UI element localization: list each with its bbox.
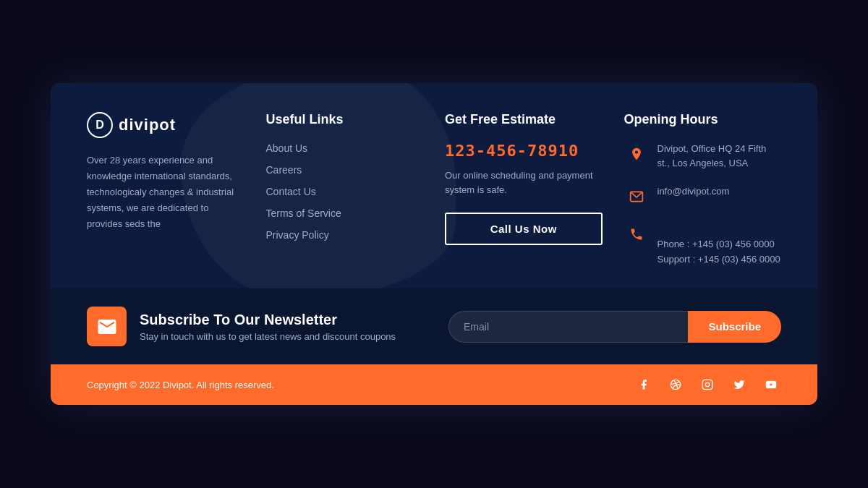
brand-column: D divipot Over 28 years experience and k… bbox=[87, 112, 244, 267]
social-icons bbox=[634, 374, 781, 395]
newsletter-subtitle: Stay in touch with us to get latest news… bbox=[140, 331, 396, 342]
newsletter-text: Subscribe To Our Newsletter Stay in touc… bbox=[140, 312, 396, 342]
opening-hours-column: Opening Hours Divipot, Office HQ 24 Fift… bbox=[624, 112, 782, 267]
brand-description: Over 28 years experience and knowledge i… bbox=[87, 153, 244, 232]
twitter-icon[interactable] bbox=[729, 374, 749, 395]
address-text: Divipot, Office HQ 24 Fifth st., Los Ang… bbox=[658, 142, 782, 172]
footer-wrapper: D divipot Over 28 years experience and k… bbox=[51, 83, 817, 406]
email-input[interactable] bbox=[448, 311, 688, 343]
list-item: Privacy Policy bbox=[266, 228, 424, 241]
contact-us-link[interactable]: Contact Us bbox=[266, 186, 316, 197]
brand-name: divipot bbox=[119, 116, 176, 134]
newsletter-left: Subscribe To Our Newsletter Stay in touc… bbox=[87, 307, 427, 346]
dribbble-icon[interactable] bbox=[665, 374, 686, 395]
phone-icon bbox=[624, 222, 649, 247]
svg-rect-2 bbox=[702, 380, 712, 390]
newsletter-icon bbox=[87, 307, 127, 346]
facebook-icon[interactable] bbox=[634, 374, 654, 395]
estimate-description: Our online scheduling and payment system… bbox=[445, 168, 603, 199]
opening-hours-heading: Opening Hours bbox=[624, 112, 782, 127]
footer-main: D divipot Over 28 years experience and k… bbox=[51, 83, 817, 289]
brand-icon: D bbox=[87, 112, 113, 138]
newsletter-bar: Subscribe To Our Newsletter Stay in touc… bbox=[51, 288, 817, 364]
phone-item: Phone : +145 (03) 456 0000 Support : +14… bbox=[624, 222, 782, 267]
useful-links-column: Useful Links About Us Careers Contact Us… bbox=[266, 112, 424, 267]
useful-links-list: About Us Careers Contact Us Terms of Ser… bbox=[266, 142, 424, 241]
terms-link[interactable]: Terms of Service bbox=[266, 207, 341, 219]
brand-logo: D divipot bbox=[87, 112, 244, 138]
copyright-bar: Copyright © 2022 Divipot. All rights res… bbox=[51, 364, 817, 405]
envelope-icon bbox=[96, 316, 118, 338]
estimate-heading: Get Free Estimate bbox=[445, 112, 603, 127]
svg-point-4 bbox=[710, 382, 710, 382]
hours-items: Divipot, Office HQ 24 Fifth st., Los Ang… bbox=[624, 142, 782, 267]
mail-icon bbox=[624, 184, 649, 209]
estimate-column: Get Free Estimate 123-456-78910 Our onli… bbox=[445, 112, 603, 267]
instagram-icon[interactable] bbox=[697, 374, 718, 395]
careers-link[interactable]: Careers bbox=[266, 164, 302, 176]
list-item: About Us bbox=[266, 142, 424, 155]
list-item: Terms of Service bbox=[266, 207, 424, 220]
list-item: Contact Us bbox=[266, 185, 424, 198]
privacy-link[interactable]: Privacy Policy bbox=[266, 229, 329, 241]
phone-text: Phone : +145 (03) 456 0000 Support : +14… bbox=[658, 222, 780, 267]
list-item: Careers bbox=[266, 163, 424, 176]
estimate-phone: 123-456-78910 bbox=[445, 142, 603, 160]
about-us-link[interactable]: About Us bbox=[266, 142, 308, 154]
newsletter-form: Subscribe bbox=[448, 311, 781, 343]
newsletter-title: Subscribe To Our Newsletter bbox=[140, 312, 396, 328]
address-item: Divipot, Office HQ 24 Fifth st., Los Ang… bbox=[624, 142, 782, 172]
location-pin-icon bbox=[624, 142, 649, 166]
subscribe-button[interactable]: Subscribe bbox=[688, 311, 781, 343]
svg-point-3 bbox=[705, 383, 709, 387]
email-item: info@divipot.com bbox=[624, 184, 782, 209]
useful-links-heading: Useful Links bbox=[266, 112, 424, 127]
call-us-button[interactable]: Call Us Now bbox=[445, 213, 603, 245]
copyright-text: Copyright © 2022 Divipot. All rights res… bbox=[87, 380, 274, 390]
youtube-icon[interactable] bbox=[761, 374, 781, 395]
email-text: info@divipot.com bbox=[658, 184, 730, 200]
footer-columns: D divipot Over 28 years experience and k… bbox=[87, 112, 781, 267]
